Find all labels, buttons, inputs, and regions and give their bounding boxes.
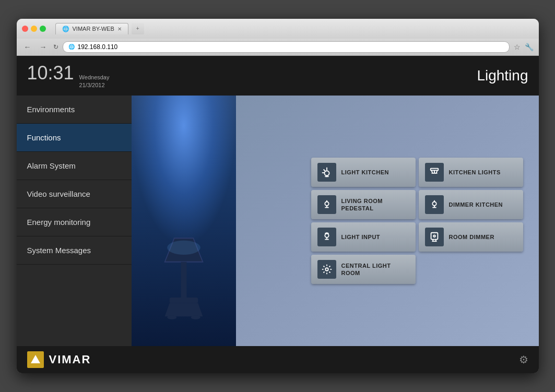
url-text: 192.168.0.110 [78, 43, 118, 51]
device-btn-central-light[interactable]: CENTRAL LIGHT ROOM [311, 255, 416, 284]
svg-rect-1 [181, 262, 186, 300]
svg-point-10 [324, 171, 329, 176]
svg-marker-45 [31, 355, 40, 363]
forward-button[interactable]: → [38, 42, 49, 52]
app-footer: VIMAR ⚙ [17, 346, 539, 373]
footer-settings-icon[interactable]: ⚙ [519, 353, 528, 366]
device-btn-room-dimmer[interactable]: ROOM DIMMER [419, 222, 523, 252]
device-label-kitchen-lights: KITCHEN LIGHTS [449, 169, 517, 176]
room-dimmer-icon [425, 228, 444, 246]
sidebar-item-alarm[interactable]: Alarm System [17, 152, 132, 180]
dimmer-kitchen-icon [425, 195, 444, 214]
clock-section: 10:31 Wednesday 21/3/2012 [27, 62, 110, 90]
main-area: Environments Functions Alarm System Vide… [17, 96, 539, 346]
lamp-icon [147, 224, 220, 330]
vimar-emblem [27, 351, 44, 368]
vimar-brand-text: VIMAR [49, 353, 91, 366]
minimize-button[interactable] [31, 26, 37, 32]
clock-date: Wednesday 21/3/2012 [79, 74, 110, 90]
clock-time: 10:31 [27, 62, 74, 84]
device-label-living-room: LIVING ROOM PEDESTAL [341, 197, 409, 212]
svg-point-22 [432, 202, 436, 206]
svg-rect-2 [169, 298, 198, 303]
svg-point-35 [433, 235, 435, 237]
light-kitchen-icon [317, 163, 336, 182]
sidebar-item-system[interactable]: System Messages [17, 236, 132, 265]
svg-rect-13 [430, 169, 438, 171]
content-area: LIGHT KITCHEN KITCHEN LIG [132, 96, 539, 346]
device-btn-light-kitchen[interactable]: LIGHT KITCHEN [311, 158, 416, 187]
page-title: Lighting [477, 67, 528, 84]
sidebar-item-video[interactable]: Video surveillance [17, 180, 132, 208]
device-label-room-dimmer: ROOM DIMMER [449, 233, 517, 241]
living-room-icon [317, 195, 336, 214]
globe-icon: 🌐 [62, 26, 69, 32]
clock-day: Wednesday [79, 74, 110, 81]
close-button[interactable] [22, 26, 28, 32]
lamp-background [132, 96, 236, 346]
device-btn-light-input[interactable]: LIGHT INPUT [311, 222, 416, 252]
address-bar: ← → ↻ 🌐 192.168.0.110 ☆ 🔧 [17, 39, 539, 56]
app-header: 10:31 Wednesday 21/3/2012 Lighting [17, 56, 539, 96]
device-btn-living-room[interactable]: LIVING ROOM PEDESTAL [311, 190, 416, 219]
clock-date-val: 21/3/2012 [79, 81, 110, 89]
device-label-central-light: CENTRAL LIGHT ROOM [341, 262, 409, 277]
browser-tab[interactable]: 🌐 VIMAR BY-WEB ✕ [55, 23, 128, 34]
lamp-bg [132, 96, 236, 346]
settings-button[interactable]: 🔧 [525, 43, 534, 51]
svg-point-26 [325, 234, 328, 237]
device-label-light-input: LIGHT INPUT [341, 233, 409, 241]
light-input-icon [317, 228, 336, 246]
lamp-glow [132, 96, 236, 246]
central-light-icon [317, 260, 336, 279]
maximize-button[interactable] [40, 26, 46, 32]
bookmark-button[interactable]: ☆ [514, 43, 521, 51]
url-bar[interactable]: 🌐 192.168.0.110 [63, 41, 510, 53]
device-btn-kitchen-lights[interactable]: KITCHEN LIGHTS [419, 158, 523, 187]
browser-window: 🌐 VIMAR BY-WEB ✕ + ← → ↻ 🌐 192.168.0.110… [17, 19, 539, 374]
refresh-button[interactable]: ↻ [53, 43, 58, 51]
sidebar: Environments Functions Alarm System Vide… [17, 96, 132, 346]
svg-point-5 [191, 316, 200, 319]
svg-line-42 [329, 272, 330, 273]
url-globe-icon: 🌐 [68, 44, 75, 50]
device-btn-dimmer-kitchen[interactable]: DIMMER KITCHEN [419, 190, 523, 219]
title-bar: 🌐 VIMAR BY-WEB ✕ + [17, 19, 539, 39]
svg-line-44 [323, 272, 324, 273]
svg-point-6 [167, 241, 200, 255]
back-button[interactable]: ← [22, 42, 33, 52]
svg-marker-3 [164, 303, 203, 316]
sidebar-item-energy[interactable]: Energy monitoring [17, 208, 132, 236]
traffic-lights [22, 26, 46, 32]
svg-line-43 [329, 266, 330, 267]
sidebar-item-environments[interactable]: Environments [17, 96, 132, 124]
svg-point-4 [167, 316, 176, 319]
svg-point-36 [325, 268, 328, 271]
device-buttons-grid: LIGHT KITCHEN KITCHEN LIG [311, 158, 523, 284]
new-tab-button[interactable]: + [132, 23, 144, 34]
tab-title: VIMAR BY-WEB [73, 26, 114, 32]
device-label-dimmer-kitchen: DIMMER KITCHEN [449, 201, 517, 208]
svg-point-18 [325, 202, 328, 206]
tab-area: 🌐 VIMAR BY-WEB ✕ + [55, 23, 534, 34]
tab-close-icon[interactable]: ✕ [117, 26, 122, 32]
device-label-light-kitchen: LIGHT KITCHEN [341, 169, 409, 176]
svg-line-41 [323, 266, 324, 267]
app-content: 10:31 Wednesday 21/3/2012 Lighting Envir… [17, 56, 539, 374]
kitchen-lights-icon [425, 163, 444, 182]
svg-rect-31 [431, 233, 438, 240]
vimar-logo: VIMAR [27, 351, 91, 368]
sidebar-item-functions[interactable]: Functions [17, 124, 132, 152]
